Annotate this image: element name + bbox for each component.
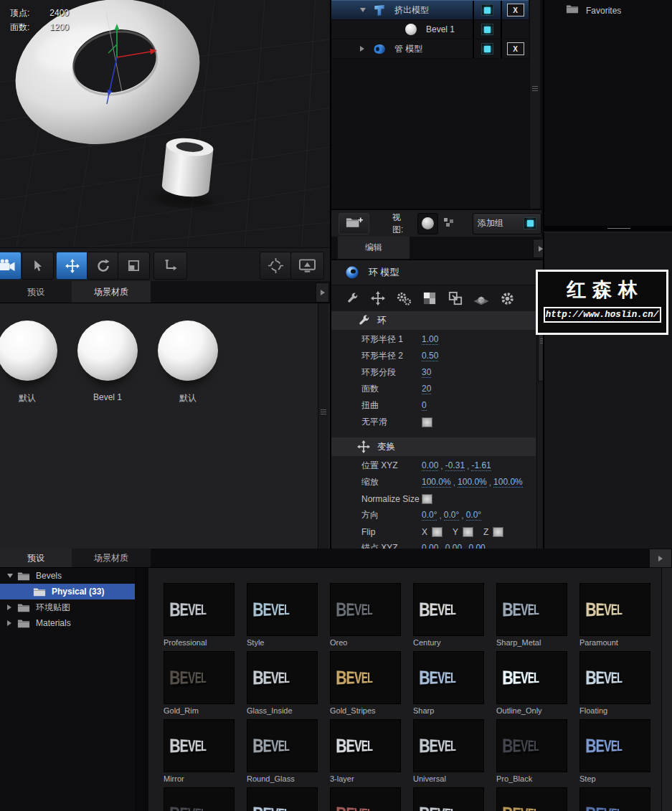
scale-tool-button[interactable] (118, 252, 150, 280)
value-field[interactable]: 100.0% (493, 477, 523, 488)
panel-splitter[interactable] (543, 226, 672, 232)
scene-row[interactable]: 管 模型X (331, 39, 529, 59)
material-sphere-preview[interactable] (0, 321, 57, 381)
tab-presets[interactable]: 预设 (0, 281, 72, 303)
preset-item[interactable]: BEVELPro_Black (496, 719, 566, 784)
value-field[interactable]: 0.00 (422, 460, 438, 471)
flip-checkbox-x[interactable] (432, 527, 443, 537)
preset-item[interactable]: BEVEL (247, 787, 316, 811)
tab-presets-bottom[interactable]: 预设 (0, 549, 72, 567)
preset-grid-scrollbar[interactable] (661, 568, 672, 811)
value-field[interactable]: 0.00 (468, 543, 485, 549)
expander-icon[interactable] (7, 604, 17, 610)
uv-checker-icon[interactable] (417, 292, 443, 305)
value-field[interactable]: 30 (422, 367, 431, 378)
value-field[interactable]: 0.00 (422, 543, 438, 549)
preset-thumbnail[interactable]: BEVEL (496, 651, 567, 704)
preset-thumbnail[interactable]: BEVEL (413, 651, 484, 704)
preset-thumbnail[interactable]: BEVEL (247, 651, 318, 704)
visibility-toggle[interactable] (473, 39, 501, 58)
tree-item[interactable]: Bevels (0, 568, 135, 584)
expander-icon[interactable] (360, 46, 370, 52)
value-field[interactable]: 0.0° (466, 510, 481, 521)
preset-item[interactable]: BEVELMirror (164, 719, 233, 784)
tree-item[interactable]: 环境贴图 (0, 599, 135, 615)
preset-item[interactable]: BEVEL3-layer (330, 719, 399, 784)
preset-thumbnail[interactable]: BEVEL (164, 583, 235, 636)
expander-icon[interactable] (7, 574, 17, 578)
preset-item[interactable]: BEVELOutline_Only (496, 651, 566, 716)
tab-scene-materials-bottom[interactable]: 场景材质 (72, 549, 151, 567)
checkbox[interactable] (422, 494, 432, 504)
wrench-icon[interactable] (339, 293, 365, 305)
flip-checkbox-y[interactable] (463, 527, 473, 537)
add-group-button[interactable]: 添加组 (473, 213, 541, 234)
preset-thumbnail[interactable]: BEVEL (247, 787, 318, 811)
preset-item[interactable]: BEVEL (413, 787, 483, 811)
preset-item[interactable]: BEVELCentury (413, 583, 483, 648)
select-tool-button[interactable] (22, 252, 54, 280)
material-item[interactable]: 默认 (158, 321, 218, 404)
duplicate-icon[interactable] (443, 291, 468, 305)
tree-item[interactable]: Materials (0, 615, 135, 631)
preset-thumbnail[interactable]: BEVEL (579, 651, 650, 704)
preset-item[interactable]: BEVELSharp_Metal (496, 583, 566, 648)
delete-model-button[interactable]: X (507, 4, 524, 16)
preset-item[interactable]: BEVELStyle (247, 583, 316, 648)
preset-item[interactable]: BEVELGlass_Inside (247, 651, 316, 716)
move-tool-button[interactable] (56, 252, 88, 280)
preset-item[interactable]: BEVEL (496, 787, 566, 811)
preset-item[interactable]: BEVEL (330, 787, 399, 811)
value-field[interactable]: 0.50 (422, 351, 438, 361)
tab-scene-materials[interactable]: 场景材质 (72, 281, 151, 303)
new-folder-button[interactable] (339, 213, 369, 234)
value-field[interactable]: 20 (422, 384, 431, 394)
material-item[interactable]: 默认 (0, 321, 57, 404)
preset-item[interactable]: BEVELRound_Glass (247, 719, 316, 784)
rotate-tool-button[interactable] (87, 252, 119, 280)
axis-mode-button[interactable] (153, 252, 187, 280)
material-sphere-preview[interactable] (158, 321, 218, 381)
preset-thumbnail[interactable]: BEVEL (164, 651, 235, 704)
view-scatter-toggle[interactable] (438, 213, 460, 234)
materials-scrollbar[interactable] (318, 303, 328, 549)
preset-panel-expand-button[interactable] (649, 549, 672, 568)
preset-thumbnail[interactable]: BEVEL (496, 583, 567, 636)
preset-thumbnail[interactable]: BEVEL (330, 719, 401, 772)
preset-item[interactable]: BEVEL (164, 787, 233, 811)
move-icon[interactable] (365, 291, 391, 305)
preset-item[interactable]: BEVELUniversal (413, 719, 483, 784)
preset-thumbnail[interactable]: BEVEL (330, 583, 401, 636)
preset-item[interactable]: BEVELStep (579, 719, 649, 784)
value-field[interactable]: 100.0% (458, 477, 487, 488)
tree-item[interactable]: Physical (33) (0, 584, 135, 599)
preset-thumbnail[interactable]: BEVEL (413, 787, 484, 811)
favorites-header[interactable]: Favorites (566, 4, 672, 17)
materials-panel-expand-button[interactable] (316, 283, 329, 303)
visibility-toggle[interactable] (473, 20, 501, 39)
preset-thumbnail[interactable]: BEVEL (247, 719, 318, 772)
preset-thumbnail[interactable]: BEVEL (496, 787, 567, 811)
scene-scrollbar[interactable] (529, 0, 540, 210)
scene-row[interactable]: 挤出模型X (331, 0, 529, 20)
checkbox[interactable] (422, 417, 432, 427)
preset-thumbnail[interactable]: BEVEL (579, 719, 650, 772)
value-field[interactable]: 0 (422, 400, 427, 411)
value-field[interactable]: 0.0° (422, 510, 437, 521)
value-field[interactable]: 0.0° (444, 510, 459, 521)
preset-thumbnail[interactable]: BEVEL (164, 787, 235, 811)
preset-thumbnail[interactable]: BEVEL (330, 651, 401, 704)
preset-thumbnail[interactable]: BEVEL (579, 583, 650, 636)
preset-thumbnail[interactable]: BEVEL (247, 583, 318, 636)
preset-item[interactable]: BEVELGold_Stripes (330, 651, 399, 716)
preset-thumbnail[interactable]: BEVEL (330, 787, 401, 811)
view-sphere-toggle[interactable] (417, 213, 439, 234)
preset-item[interactable]: BEVEL (579, 787, 649, 811)
scene-row[interactable]: Bevel 1 (331, 20, 529, 39)
delete-model-button[interactable]: X (507, 42, 524, 55)
output-preview-button[interactable] (290, 252, 324, 280)
bevel-extrude-icon[interactable] (468, 291, 494, 305)
value-field[interactable]: 0.00 (445, 543, 462, 549)
expander-icon[interactable] (360, 8, 370, 12)
viewport-3d[interactable]: 顶点: 2400 面数: 1200 (0, 0, 330, 247)
